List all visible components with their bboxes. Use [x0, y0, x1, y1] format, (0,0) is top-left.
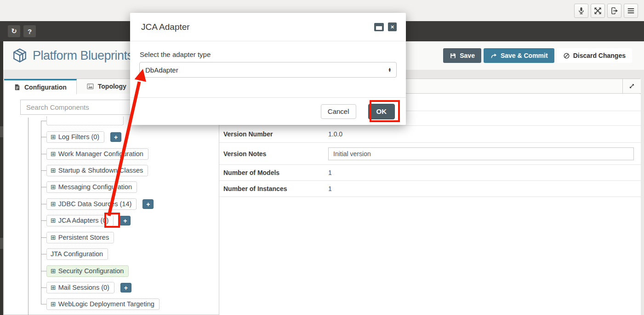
tree-item-box[interactable]: [46, 117, 124, 125]
microphone-icon: [577, 6, 586, 15]
tree-item-jta-configuration[interactable]: JTA Configuration: [41, 248, 108, 260]
detail-row-version-notes: Version Notes: [219, 143, 641, 165]
expand-box-icon: ⊞: [51, 150, 56, 158]
sidebar-strip-notch: [0, 126, 3, 137]
help-button[interactable]: ?: [23, 25, 36, 37]
fullscreen-button[interactable]: [591, 4, 605, 18]
tree-item-box[interactable]: ⊞Log Filters (0): [46, 131, 104, 143]
adapter-type-label: Select the adapter type: [140, 51, 406, 58]
tree-item-box[interactable]: ⊞Startup & Shutdown Classes: [46, 165, 148, 176]
tab-topology[interactable]: Topology: [77, 79, 137, 94]
tree-connector: [41, 187, 46, 187]
detail-row-number-of-models: Number of Models 1: [219, 165, 641, 181]
tree-item-jdbc-data-sources[interactable]: ⊞JDBC Data Sources (14) +: [41, 198, 154, 210]
tree-item-box[interactable]: ⊞WebLogic Deployment Targeting: [46, 298, 160, 310]
tree-item-box[interactable]: ⊞Messaging Configuration: [46, 181, 137, 193]
version-notes-input[interactable]: [328, 147, 634, 160]
tree-item-box[interactable]: ⊞JDBC Data Sources (14): [46, 198, 137, 210]
menu-icon: [627, 6, 635, 15]
tree-item-box-selected[interactable]: ⊞Security Configuration: [46, 265, 129, 277]
tree-item-box[interactable]: ⊞Mail Sessions (0): [46, 282, 114, 293]
save-icon: [450, 52, 456, 59]
expand-box-icon: ⊞: [51, 267, 56, 275]
tree-item-box[interactable]: JTA Configuration: [46, 248, 108, 260]
tree-item-startup-shutdown-classes[interactable]: ⊞Startup & Shutdown Classes: [41, 165, 148, 176]
menu-button[interactable]: [624, 4, 638, 18]
field-label: Number of Instances: [223, 185, 328, 192]
expand-box-icon: ⊞: [51, 284, 56, 291]
tab-topology-label: Topology: [98, 83, 126, 90]
detail-row-number-of-instances: Number of Instances 1: [219, 181, 641, 197]
tree-connector: [41, 304, 46, 304]
collapsed-sidebar-strip[interactable]: [0, 41, 3, 315]
sidebar-strip-notch: [0, 238, 3, 249]
jca-adapter-dialog: JCA Adapter × Select the adapter type Db…: [130, 13, 406, 125]
tree-item-log-filters[interactable]: ⊞Log Filters (0) +: [41, 131, 121, 143]
tree-item-box[interactable]: ⊞Work Manager Configuration: [46, 148, 148, 160]
expand-box-icon: ⊞: [51, 200, 56, 208]
detail-row-version-number: Version Number 1.0.0: [219, 126, 641, 143]
adapter-type-selected-value: DbAdapter: [145, 66, 388, 74]
tree-connector: [41, 154, 46, 154]
field-label: Number of Models: [223, 169, 328, 176]
refresh-button[interactable]: ↻: [8, 25, 20, 37]
tree-item-work-manager-configuration[interactable]: ⊞Work Manager Configuration: [41, 148, 148, 160]
save-button[interactable]: Save: [443, 48, 481, 63]
details-panel: Version Number 1.0.0 Version Notes Numbe…: [219, 94, 641, 315]
save-button-label: Save: [460, 52, 475, 59]
refresh-icon: ↻: [11, 27, 17, 35]
field-label: Version Number: [223, 130, 328, 138]
save-commit-button-label: Save & Commit: [501, 52, 548, 59]
header-actions: Save Save & Commit Discard Changes: [441, 48, 632, 63]
sign-out-button[interactable]: [607, 4, 621, 18]
tree-item-clipped[interactable]: ▾: [41, 117, 133, 125]
tab-configuration[interactable]: Configuration: [4, 79, 77, 94]
field-value: 1.0.0: [328, 130, 342, 138]
tree-connector: [41, 287, 46, 288]
field-value: 1: [328, 169, 332, 176]
tree-item-mail-sessions[interactable]: ⊞Mail Sessions (0) +: [41, 282, 131, 293]
tree-item-persistent-stores[interactable]: ⊞Persistent Stores: [41, 232, 114, 243]
discard-icon: [563, 52, 570, 59]
image-icon: [86, 83, 94, 90]
expand-box-icon: ⊞: [51, 234, 56, 241]
adapter-type-select[interactable]: DbAdapter ▴▾: [139, 62, 397, 78]
expand-box-icon: ⊞: [51, 167, 56, 174]
help-icon: ?: [28, 28, 32, 35]
tree-item-jca-adapters[interactable]: ⊞JCA Adapters (0) +: [41, 215, 131, 226]
tree-item-messaging-configuration[interactable]: ⊞Messaging Configuration: [41, 181, 137, 193]
expand-box-icon: ⊞: [51, 217, 56, 224]
add-jca-adapter-button[interactable]: +: [120, 216, 131, 225]
sign-out-icon: [610, 6, 619, 15]
expand-diagonal-icon: [628, 83, 635, 90]
tree-item-box[interactable]: ⊞JCA Adapters (0): [46, 215, 114, 226]
expand-box-icon: ⊞: [51, 183, 56, 191]
expand-box-icon: ⊞: [51, 133, 56, 141]
microphone-button[interactable]: [574, 4, 588, 18]
expand-box-icon: ⊞: [51, 300, 56, 308]
tree-item-security-configuration[interactable]: ⊞Security Configuration: [41, 265, 129, 277]
cancel-button[interactable]: Cancel: [321, 104, 356, 119]
add-mail-session-button[interactable]: +: [120, 283, 131, 292]
ok-button[interactable]: OK: [368, 104, 395, 119]
add-log-filter-button[interactable]: +: [110, 132, 121, 142]
expand-panel-button[interactable]: [622, 79, 641, 93]
select-arrows-icon: ▴▾: [388, 68, 391, 72]
tree-item-weblogic-deployment-targeting[interactable]: ⊞WebLogic Deployment Targeting: [41, 298, 160, 310]
close-icon[interactable]: ×: [388, 22, 397, 31]
tree-item-box[interactable]: ⊞Persistent Stores: [46, 232, 114, 243]
maximize-window-icon[interactable]: [374, 23, 384, 31]
blueprint-cube-icon: [11, 48, 28, 63]
save-commit-button[interactable]: Save & Commit: [484, 48, 554, 63]
tree-connector: [41, 220, 46, 221]
page-title: Platform Blueprints: [33, 49, 133, 63]
tree-connector: [41, 254, 46, 254]
commit-arrow-icon: [490, 52, 497, 59]
tab-configuration-label: Configuration: [24, 84, 67, 91]
tree-connector: [41, 121, 46, 121]
dialog-footer: Cancel OK: [130, 97, 406, 125]
discard-changes-button[interactable]: Discard Changes: [557, 48, 632, 63]
tree-connector: [41, 204, 46, 204]
add-jdbc-data-source-button[interactable]: +: [142, 199, 154, 209]
tree-trunk-line: [28, 118, 28, 315]
